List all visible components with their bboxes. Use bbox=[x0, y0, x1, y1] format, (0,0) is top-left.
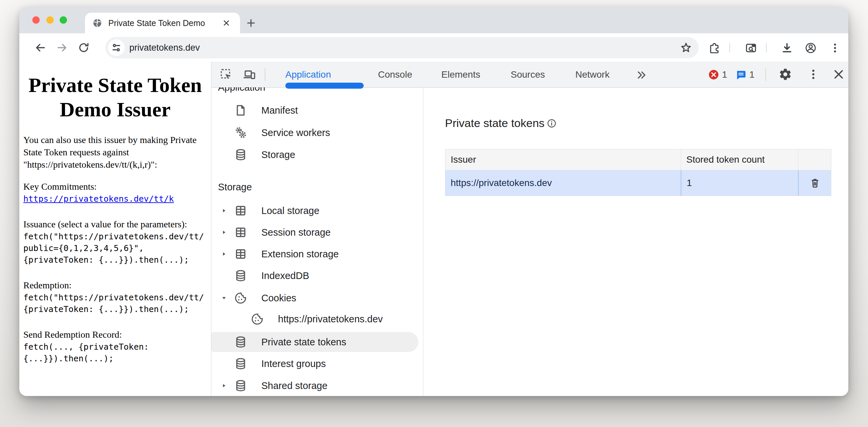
issuance-code-line: fetch("https://privatetokens.dev/tt/ bbox=[23, 231, 211, 242]
settings-gear-icon[interactable] bbox=[779, 68, 792, 81]
downloads-icon[interactable] bbox=[781, 42, 793, 54]
delete-trash-icon[interactable] bbox=[809, 177, 821, 189]
collapse-arrow-icon[interactable] bbox=[221, 295, 227, 301]
issue-count[interactable]: 1 bbox=[749, 62, 755, 87]
sidebar-item-cookie-origin[interactable]: https://privatetokens.dev bbox=[211, 309, 423, 329]
sidebar-item-label: Cookies bbox=[261, 293, 296, 304]
key-commitments-label: Key Commitments: bbox=[23, 181, 208, 193]
maximize-window-button[interactable] bbox=[60, 16, 67, 24]
forward-icon[interactable] bbox=[56, 42, 68, 54]
info-icon[interactable] bbox=[547, 118, 557, 128]
sidebar-item-label: Session storage bbox=[261, 227, 331, 238]
extensions-icon[interactable] bbox=[708, 42, 720, 54]
sidebar-item-manifest[interactable]: Manifest bbox=[211, 100, 423, 121]
url-bar[interactable]: privatetokens.dev bbox=[105, 37, 699, 58]
table-row[interactable]: https://privatetokens.dev 1 bbox=[445, 170, 831, 196]
sidebar-item-session-storage[interactable]: Session storage bbox=[211, 222, 423, 243]
sidebar-item-service-workers[interactable]: Service workers bbox=[211, 122, 423, 143]
sidebar-item-interest-groups[interactable]: Interest groups bbox=[211, 353, 423, 374]
side-search-icon[interactable] bbox=[745, 42, 757, 54]
browser-toolbar: privatetokens.dev bbox=[19, 33, 848, 62]
sidebar-item-label: Local storage bbox=[261, 205, 319, 216]
tab-sources[interactable]: Sources bbox=[511, 62, 545, 87]
tab-network[interactable]: Network bbox=[575, 62, 610, 87]
actions-cell bbox=[798, 170, 831, 196]
sidebar-item-label: Service workers bbox=[261, 127, 330, 138]
database-icon bbox=[234, 148, 247, 161]
devtools-close-icon[interactable] bbox=[832, 68, 845, 81]
table-grid-icon bbox=[234, 226, 247, 239]
panel-title: Private state tokens bbox=[445, 117, 545, 130]
sidebar-item-label: Private state tokens bbox=[261, 337, 346, 348]
intro-paragraph: You can also use this issuer by making P… bbox=[23, 134, 208, 171]
sidebar-item-label: Storage bbox=[261, 149, 295, 160]
column-header-issuer[interactable]: Issuer bbox=[445, 154, 681, 165]
database-icon bbox=[234, 335, 247, 349]
tab-strip: Private State Token Demo bbox=[19, 7, 848, 33]
minimize-window-button[interactable] bbox=[46, 16, 54, 24]
devtools-menu-icon[interactable] bbox=[807, 68, 820, 81]
sidebar-item-label: Extension storage bbox=[261, 249, 339, 260]
sidebar-item-cookies[interactable]: Cookies bbox=[211, 288, 423, 308]
page-title: Private State Token Demo Issuer bbox=[22, 73, 208, 122]
srr-code-line: {...}}).then(...); bbox=[23, 353, 211, 364]
sidebar-item-private-state-tokens[interactable]: Private state tokens bbox=[211, 332, 423, 352]
error-badge-icon[interactable] bbox=[708, 69, 721, 82]
toolbar-divider bbox=[766, 43, 767, 53]
sidebar-item-storage[interactable]: Storage bbox=[211, 144, 423, 165]
globe-favicon-icon bbox=[92, 18, 102, 28]
issues-badge-icon[interactable] bbox=[735, 69, 749, 82]
sidebar-item-label: Manifest bbox=[261, 105, 298, 116]
inspect-element-icon[interactable] bbox=[219, 68, 232, 81]
key-commitments-link[interactable]: https://privatetokens.dev/tt/k bbox=[23, 194, 174, 204]
column-header-actions bbox=[798, 149, 831, 170]
reload-icon[interactable] bbox=[78, 42, 90, 54]
cookie-icon bbox=[234, 291, 247, 305]
column-header-count[interactable]: Stored token count bbox=[681, 149, 798, 170]
srr-label: Send Redemption Record: bbox=[23, 329, 208, 341]
private-state-tokens-panel: Private state tokens Issuer Stored token… bbox=[423, 87, 848, 396]
tab-console[interactable]: Console bbox=[378, 62, 412, 87]
url-text[interactable]: privatetokens.dev bbox=[129, 43, 679, 53]
bookmark-star-icon[interactable] bbox=[679, 41, 693, 54]
redemption-label: Redemption: bbox=[23, 279, 208, 291]
tab-elements[interactable]: Elements bbox=[441, 62, 480, 87]
sidebar-item-extension-storage[interactable]: Extension storage bbox=[211, 244, 423, 264]
new-tab-button[interactable] bbox=[243, 15, 259, 31]
error-count[interactable]: 1 bbox=[722, 62, 727, 87]
toolbar-divider bbox=[729, 43, 730, 53]
table-grid-icon bbox=[234, 204, 247, 217]
issuer-cell[interactable]: https://privatetokens.dev bbox=[445, 178, 681, 188]
count-cell[interactable]: 1 bbox=[681, 170, 798, 196]
device-toolbar-icon[interactable] bbox=[243, 68, 256, 81]
application-section-header: Application bbox=[218, 87, 265, 93]
issuance-code-line: public={0,1,2,3,4,5,6}", bbox=[23, 243, 211, 254]
devtools-toolbar: Application Console Elements Sources Net… bbox=[211, 62, 848, 88]
back-icon[interactable] bbox=[34, 42, 46, 54]
tab-close-icon[interactable] bbox=[222, 19, 231, 27]
issuance-code-line: {privateToken: {...}}).then(...); bbox=[23, 254, 211, 265]
sidebar-item-label: IndexedDB bbox=[261, 270, 309, 281]
devtools-toolbar-divider bbox=[265, 68, 265, 81]
site-settings-icon[interactable] bbox=[108, 39, 125, 56]
expand-arrow-icon[interactable] bbox=[221, 251, 227, 257]
sidebar-item-local-storage[interactable]: Local storage bbox=[211, 200, 423, 221]
expand-arrow-icon[interactable] bbox=[221, 230, 227, 235]
sidebar-item-indexeddb[interactable]: IndexedDB bbox=[211, 265, 423, 286]
table-header-row: Issuer Stored token count bbox=[445, 149, 831, 170]
more-tabs-icon[interactable] bbox=[636, 69, 649, 82]
profile-icon[interactable] bbox=[804, 42, 816, 54]
sidebar-item-shared-storage[interactable]: Shared storage bbox=[211, 375, 423, 396]
database-icon bbox=[234, 269, 247, 282]
browser-menu-icon[interactable] bbox=[829, 42, 841, 54]
expand-arrow-icon[interactable] bbox=[221, 208, 227, 213]
browser-tab[interactable]: Private State Token Demo bbox=[85, 13, 240, 33]
tokens-table: Issuer Stored token count https://privat… bbox=[445, 149, 831, 196]
desktop-background: Private State Token Demo bbox=[0, 0, 868, 427]
application-sidebar: Application Manifest Service workers bbox=[211, 87, 423, 396]
close-window-button[interactable] bbox=[32, 16, 40, 24]
storage-section-header: Storage bbox=[218, 182, 252, 193]
database-icon bbox=[234, 357, 247, 370]
browser-window: Private State Token Demo bbox=[19, 7, 848, 396]
expand-arrow-icon[interactable] bbox=[221, 383, 227, 388]
